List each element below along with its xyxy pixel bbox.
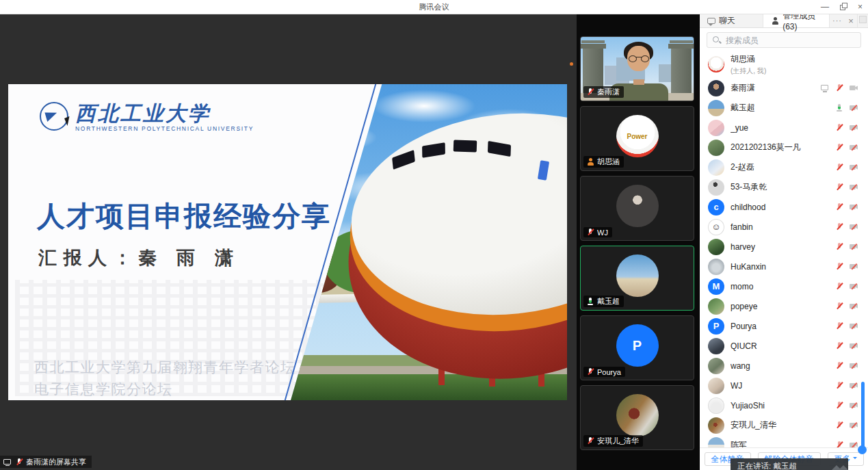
mic-off-icon[interactable]: [834, 282, 844, 291]
member-name: 2-赵磊: [731, 161, 834, 173]
member-row[interactable]: 戴玉超: [700, 98, 868, 118]
mic-off-icon[interactable]: [834, 381, 844, 390]
mic-off-icon[interactable]: [834, 441, 844, 447]
member-status-icons: [834, 381, 858, 390]
member-name: momo: [731, 282, 834, 291]
university-name-en: NORTHWESTERN POLYTECHNICAL UNIVERSITY: [75, 125, 254, 132]
member-row[interactable]: QIUCR: [700, 336, 868, 356]
scroll-corner-icon[interactable]: [859, 16, 867, 23]
mic-off-icon[interactable]: [834, 163, 844, 172]
member-row[interactable]: 2021202136莫一凡: [700, 138, 868, 157]
cam-off-icon[interactable]: [849, 183, 858, 192]
member-status-icons: [834, 163, 858, 172]
avatar: [708, 338, 724, 354]
member-row[interactable]: popeye: [700, 296, 868, 316]
member-row[interactable]: _yue: [700, 118, 868, 138]
university-name-cn: 西北工业大学: [75, 102, 254, 125]
cam-off-icon[interactable]: [849, 302, 858, 311]
member-row[interactable]: WJ: [700, 376, 868, 395]
video-tile[interactable]: 戴玉超: [580, 246, 694, 311]
member-row[interactable]: HuKanxin: [700, 257, 868, 276]
member-row[interactable]: wang: [700, 356, 868, 376]
member-row[interactable]: M momo: [700, 276, 868, 296]
participant-label: 秦雨潇: [583, 86, 624, 98]
member-name: 戴玉超: [731, 102, 834, 114]
member-row[interactable]: 53-马承乾: [700, 177, 868, 197]
mic-off-icon[interactable]: [834, 421, 844, 430]
close-window-button[interactable]: ×: [858, 0, 863, 14]
mic-off-icon: [586, 436, 595, 445]
member-list-scrollbar[interactable]: [861, 382, 865, 450]
cam-off-icon[interactable]: [849, 322, 858, 330]
cam-off-icon[interactable]: [849, 341, 858, 350]
slide-footer-line1: 西北工业大学第九届翱翔青年学者论坛: [34, 356, 296, 378]
member-search-box[interactable]: [707, 32, 861, 48]
video-tile[interactable]: PPourya: [580, 315, 694, 380]
member-list-scrollbar-handle[interactable]: [858, 445, 867, 454]
mic-off-icon[interactable]: [834, 143, 844, 152]
cam-off-icon[interactable]: [849, 401, 858, 410]
cam-off-icon[interactable]: [849, 262, 858, 271]
mic-off-icon[interactable]: [834, 401, 844, 410]
cam-off-icon[interactable]: [849, 123, 858, 132]
hedge: [291, 374, 567, 400]
video-tile[interactable]: 秦雨潇: [580, 36, 694, 101]
video-tile[interactable]: WJ: [580, 176, 694, 241]
cam-off-icon[interactable]: [849, 282, 858, 291]
screen-icon[interactable]: [820, 83, 830, 92]
mic-off-icon[interactable]: [834, 83, 844, 92]
mic-off-icon[interactable]: [834, 361, 844, 370]
member-status-icons: [834, 262, 858, 271]
cam-off-icon[interactable]: [849, 163, 858, 172]
avatar: [708, 159, 724, 176]
mic-off-icon[interactable]: [834, 123, 844, 132]
cam-off-icon[interactable]: [849, 103, 858, 112]
mic-off-icon[interactable]: [834, 183, 844, 192]
minimize-button[interactable]: —: [821, 0, 829, 14]
member-row[interactable]: harvey: [700, 237, 868, 257]
member-row[interactable]: 胡思涵 (主持人, 我): [700, 51, 868, 78]
screen-share-label: 秦雨潇的屏幕共享: [26, 457, 86, 467]
member-row[interactable]: ☺ fanbin: [700, 217, 868, 237]
member-row[interactable]: c childhood: [700, 197, 868, 217]
search-icon: [712, 36, 721, 44]
tab-members[interactable]: 管理成员(63): [763, 14, 830, 27]
mic-off-icon[interactable]: [834, 262, 844, 271]
avatar: [708, 80, 724, 96]
restore-button[interactable]: [840, 0, 847, 14]
mic-off-icon[interactable]: [834, 203, 844, 211]
search-input[interactable]: [724, 35, 856, 46]
member-row[interactable]: 陈军: [700, 435, 868, 447]
video-tile[interactable]: Power胡思涵: [580, 106, 694, 171]
tab-chat[interactable]: 聊天: [700, 14, 763, 27]
avatar: [708, 120, 724, 136]
avatar: [708, 100, 724, 116]
mic-off-icon[interactable]: [834, 302, 844, 311]
panel-more-button[interactable]: ···: [830, 14, 845, 27]
mic-off-icon[interactable]: [834, 322, 844, 330]
member-row[interactable]: 安琪儿_清华: [700, 415, 868, 435]
cam-off-icon[interactable]: [849, 381, 858, 390]
mic-off-icon[interactable]: [834, 242, 844, 251]
member-row[interactable]: 2-赵磊: [700, 157, 868, 177]
member-status-icons: [834, 242, 858, 251]
mic-off-icon[interactable]: [834, 222, 844, 231]
mic-on-icon[interactable]: [834, 103, 844, 112]
participant-label: 胡思涵: [583, 156, 624, 168]
cam-icon[interactable]: [849, 83, 858, 92]
panel-close-button[interactable]: ×: [845, 14, 857, 27]
member-row[interactable]: YujiaoShi: [700, 395, 868, 415]
cam-off-icon[interactable]: [849, 361, 858, 370]
cam-off-icon[interactable]: [849, 441, 858, 447]
participant-label: 戴玉超: [583, 296, 624, 307]
mic-off-icon[interactable]: [834, 341, 844, 350]
cam-off-icon[interactable]: [849, 421, 858, 430]
cam-off-icon[interactable]: [849, 203, 858, 211]
member-row[interactable]: P Pourya: [700, 316, 868, 336]
members-icon: [770, 16, 780, 25]
cam-off-icon[interactable]: [849, 222, 858, 231]
cam-off-icon[interactable]: [849, 242, 858, 251]
cam-off-icon[interactable]: [849, 143, 858, 152]
member-row[interactable]: 秦雨潇: [700, 78, 868, 98]
video-tile[interactable]: 安琪儿_清华: [580, 385, 694, 450]
